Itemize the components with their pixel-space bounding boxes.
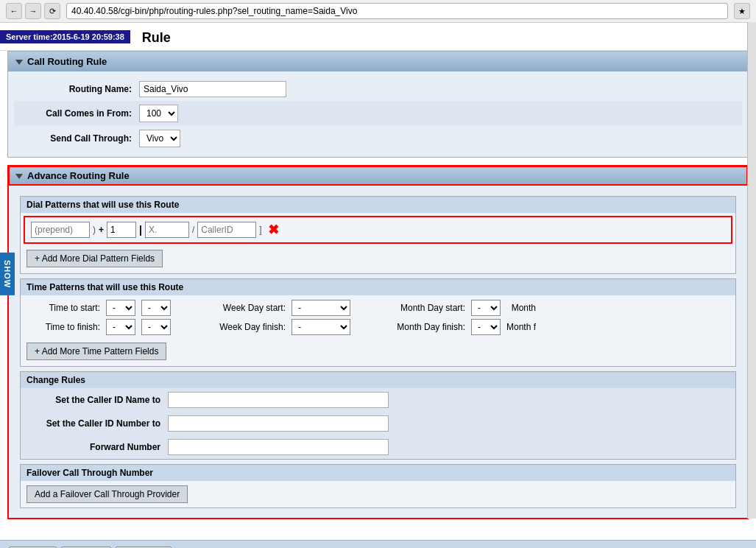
prepend-input[interactable] xyxy=(31,222,90,238)
forward-number-label: Forward Number xyxy=(28,442,160,452)
week-day-finish-label: Week Day finish: xyxy=(212,322,286,332)
scrollbar[interactable] xyxy=(747,22,756,519)
time-to-start-label: Time to start: xyxy=(27,303,100,313)
reload-button[interactable]: ⟳ xyxy=(44,3,60,19)
routing-name-label: Routing Name: xyxy=(21,84,139,94)
dial-pattern-row: ) + | / ] ✖ xyxy=(24,216,732,244)
routing-name-row: Routing Name: xyxy=(14,77,742,101)
week-day-start-label: Week Day start: xyxy=(212,303,286,313)
triangle-icon-2 xyxy=(15,170,23,181)
send-call-through-select[interactable]: Vivo xyxy=(139,130,180,147)
month-finish-label: Month f xyxy=(506,322,536,332)
call-routing-rule-label: Call Routing Rule xyxy=(27,56,107,67)
month-day-start-label: Month Day start: xyxy=(392,303,465,313)
pipe-sep: | xyxy=(139,224,142,236)
bookmark-button[interactable]: ★ xyxy=(734,3,750,19)
page-title: Rule xyxy=(130,23,183,50)
time-pattern-grid: Time to start: - - Week Day start: - Mon… xyxy=(21,295,735,340)
time-start-min-select[interactable]: - xyxy=(141,300,171,316)
call-comes-in-select[interactable]: 100 xyxy=(139,105,178,122)
week-day-finish-select[interactable]: - xyxy=(292,319,350,335)
caller-id-number-input[interactable] xyxy=(168,415,389,432)
close-bracket-2: ] xyxy=(259,225,261,235)
call-routing-rule-body: Routing Name: Call Comes in From: 100 Se… xyxy=(8,71,748,157)
caller-id-number-label: Set the Caller ID Number to xyxy=(28,418,160,429)
close-bracket: ) xyxy=(93,225,96,235)
time-patterns-header: Time Patterns that will use this Route xyxy=(21,279,735,295)
month-day-finish-select[interactable]: - xyxy=(471,319,501,335)
url-bar[interactable] xyxy=(66,3,728,19)
routing-name-input[interactable] xyxy=(139,81,286,97)
plus-label: + xyxy=(99,225,104,235)
add-failover-button[interactable]: Add a Failover Call Through Provider xyxy=(27,485,188,503)
failover-header: Failover Call Through Number xyxy=(21,465,735,481)
time-to-finish-label: Time to finish: xyxy=(27,322,100,332)
forward-number-row: Forward Number xyxy=(21,435,735,459)
change-rules-section: Change Rules Set the Caller ID Name to S… xyxy=(20,371,736,460)
slash-sep: / xyxy=(192,225,194,235)
callerid-input[interactable] xyxy=(197,222,256,238)
caller-id-name-input[interactable] xyxy=(168,392,389,408)
time-finish-min-select[interactable]: - xyxy=(141,319,171,335)
time-patterns-section: Time Patterns that will use this Route T… xyxy=(20,278,736,367)
back-button[interactable]: ← xyxy=(6,3,22,19)
month-start-label: Month xyxy=(506,303,536,313)
week-day-start-select[interactable]: - xyxy=(292,300,350,316)
advance-routing-rule-label: Advance Routing Rule xyxy=(27,170,130,181)
browser-bar: ← → ⟳ ★ xyxy=(0,0,756,23)
call-comes-in-label: Call Comes in From: xyxy=(21,108,139,119)
time-start-hour-select[interactable]: - xyxy=(106,300,135,316)
delete-dial-pattern-button[interactable]: ✖ xyxy=(265,222,282,238)
call-comes-in-row: Call Comes in From: 100 xyxy=(14,101,742,126)
dial-patterns-section: Dial Patterns that will use this Route )… xyxy=(20,196,736,274)
month-day-start-select[interactable]: - xyxy=(471,300,501,316)
caller-id-name-row: Set the Caller ID Name to xyxy=(21,388,735,412)
failover-section: Failover Call Through Number Add a Failo… xyxy=(20,464,736,508)
caller-id-number-row: Set the Caller ID Number to xyxy=(21,412,735,435)
triangle-icon xyxy=(15,56,23,67)
advance-routing-rule-body: Dial Patterns that will use this Route )… xyxy=(8,186,748,519)
forward-button[interactable]: → xyxy=(25,3,41,19)
show-sidebar-tab[interactable]: SHOW xyxy=(0,253,15,295)
call-routing-rule-header[interactable]: Call Routing Rule xyxy=(8,52,748,71)
server-time: Server time:2015-6-19 20:59:38 xyxy=(0,30,130,43)
time-finish-row: Time to finish: - - Week Day finish: - M… xyxy=(27,319,729,335)
time-finish-hour-select[interactable]: - xyxy=(106,319,135,335)
caller-id-name-label: Set the Caller ID Name to xyxy=(28,395,160,405)
bottom-bar: Save Apply Cancel ✖ xyxy=(0,540,756,548)
advance-routing-rule-section: Advance Routing Rule Dial Patterns that … xyxy=(7,165,749,519)
add-more-time-pattern-button[interactable]: + Add More Time Pattern Fields xyxy=(27,342,166,360)
change-rules-header: Change Rules xyxy=(21,372,735,388)
x-pattern-input[interactable] xyxy=(145,222,189,238)
forward-number-input[interactable] xyxy=(168,439,389,455)
dial-patterns-header: Dial Patterns that will use this Route xyxy=(21,197,735,213)
nav-buttons: ← → ⟳ xyxy=(6,3,60,19)
main-content: Call Routing Rule Routing Name: Call Com… xyxy=(0,51,756,540)
time-start-row: Time to start: - - Week Day start: - Mon… xyxy=(27,300,729,316)
plus-value-input[interactable] xyxy=(107,222,136,238)
send-call-through-row: Send Call Through: Vivo xyxy=(14,126,742,151)
advance-routing-rule-header[interactable]: Advance Routing Rule xyxy=(8,166,748,186)
month-day-finish-label: Month Day finish: xyxy=(392,322,465,332)
send-call-through-label: Send Call Through: xyxy=(21,133,139,144)
call-routing-rule-section: Call Routing Rule Routing Name: Call Com… xyxy=(7,51,749,158)
add-more-dial-pattern-button[interactable]: + Add More Dial Pattern Fields xyxy=(27,250,163,267)
